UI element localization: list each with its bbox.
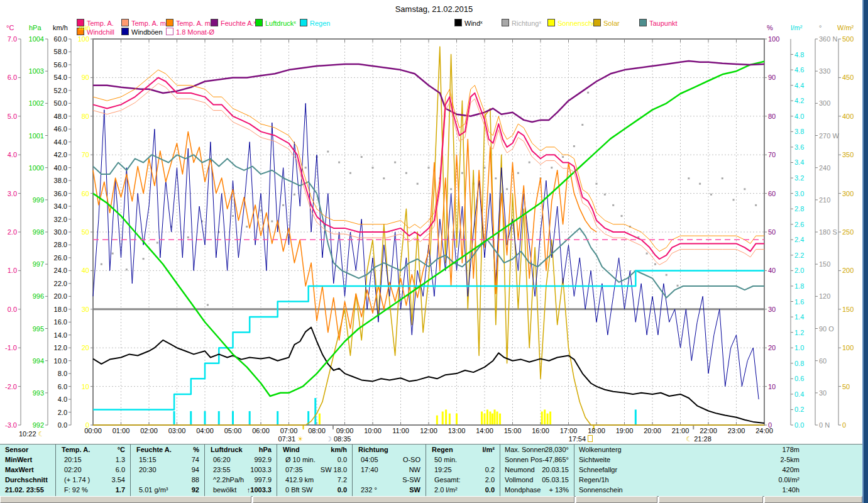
axis-tick-label: 48.0 — [54, 113, 67, 120]
legend-label: Luftdruckˣ — [265, 19, 296, 27]
legend-item-solar[interactable]: Solar — [593, 19, 620, 26]
series-windboen — [93, 103, 759, 399]
series-richtung-dot — [744, 188, 745, 190]
legend-label: 1.8 Monat-Ø — [176, 28, 214, 36]
axis-tick-label: 300 — [819, 99, 830, 107]
legend-swatch — [300, 19, 307, 26]
series-richtung-dot — [187, 236, 189, 238]
legend-label: Temp. A. — [87, 19, 114, 27]
table-info-label: Regen/1h — [579, 476, 609, 484]
axis-tick-label: 330 — [819, 67, 830, 75]
legend-item-windb-en[interactable]: Windböen — [121, 28, 163, 35]
table-divider — [55, 445, 56, 496]
table-info-label: Sonnen Pos — [505, 456, 542, 463]
axis-tick-label: 20 — [82, 344, 89, 351]
moonrise-label: 10:22 — [19, 430, 36, 438]
axis-tick-label: 996 — [33, 292, 44, 300]
axis-tick-label: 270 W — [819, 132, 839, 140]
axis-tick-label: 300 — [842, 190, 854, 197]
axis-unit-pct: % — [767, 24, 773, 31]
sun-icon: ☀ — [297, 435, 304, 443]
series-richtung-dot — [699, 183, 701, 185]
table-cell-label: Ø 10 min. — [285, 456, 316, 463]
series-richtung-dot — [587, 92, 589, 94]
series-richtung-dot — [551, 167, 552, 169]
table-cell-value: ↑1003.3 — [247, 486, 272, 494]
axis-tick-label: 4.6 — [794, 66, 804, 74]
axis-tick-label: 2.2 — [794, 252, 804, 259]
axis-tick-label: 999 — [33, 196, 44, 204]
legend-swatch — [454, 19, 462, 26]
axis-tick-label: 20.0 — [54, 292, 67, 300]
series-richtung-dot — [722, 177, 723, 179]
series-richtung-dot — [506, 188, 508, 190]
x-tick-label: 14:00 — [472, 427, 497, 434]
table-info-value: 1:40h — [782, 486, 799, 494]
series-richtung-dot — [654, 263, 656, 265]
table-col-unit: hPa — [259, 446, 272, 453]
axis-tick-label: 0.0 — [8, 306, 17, 313]
series-richtung-dot — [621, 215, 623, 217]
table-cell-label: 20:15 — [64, 456, 82, 463]
table-divider — [204, 445, 205, 496]
axis-tick-label: 250 — [842, 228, 854, 236]
legend-swatch — [166, 19, 173, 26]
axis-tick-label: 18.0 — [54, 306, 67, 313]
legend-swatch — [255, 19, 263, 26]
table-row-header: Sensor — [5, 446, 28, 453]
axis-unit-temp_c: °C — [6, 24, 14, 31]
legend-item-feuchte-a-[interactable]: Feuchte A.ˣ — [211, 19, 256, 26]
x-tick-label: 07:00 — [277, 427, 302, 434]
axis-tick-label: 0.6 — [794, 375, 804, 382]
legend-swatch — [166, 28, 173, 35]
table-info-value: 28,030° — [545, 446, 569, 453]
time-marker-1754: 17:54 — [569, 435, 593, 443]
table-col-title: Temp. A. — [62, 446, 90, 453]
table-cell-label: 06:20 — [213, 456, 231, 463]
legend-label: Feuchte A.ˣ — [221, 19, 256, 27]
axis-tick-label: 58.0 — [54, 48, 67, 55]
x-tick-label: 23:00 — [724, 427, 749, 434]
axis-tick-label: 80 — [768, 113, 776, 120]
axis-tick-label: 38.0 — [54, 177, 67, 184]
series-richtung-dot — [646, 253, 648, 255]
axis-tick-label: 1.0 — [8, 267, 17, 274]
table-cell-label: 0 Bft SW — [285, 486, 312, 494]
axis-tick-label: 16.0 — [54, 318, 67, 326]
series-richtung-dot — [581, 124, 583, 126]
axis-tick-label: 2.4 — [794, 236, 804, 243]
axis-tick-label: 60 — [768, 190, 776, 197]
table-cell-value: NW — [409, 466, 420, 473]
table-row-header: MinWert — [5, 456, 32, 463]
axis-tick-label: 3.0 — [794, 190, 804, 197]
legend-item-1-8-monat-[interactable]: 1.8 Monat-Ø — [166, 28, 214, 35]
legend-item-temp-a-min[interactable]: Temp. A. min — [121, 19, 172, 26]
legend-item-taupunkt[interactable]: Taupunkt — [639, 19, 678, 26]
axis-tick-label: 1.2 — [794, 329, 804, 336]
legend-label: Taupunkt — [649, 19, 678, 27]
axis-tick-label: 1.8 — [794, 282, 804, 290]
legend-swatch — [639, 19, 647, 26]
legend-item-regen[interactable]: Regen — [300, 19, 330, 26]
axis-tick-label: 998 — [33, 228, 44, 236]
axis-tick-label: 40 — [82, 267, 89, 274]
table-info-value: 178m — [782, 446, 799, 453]
table-info-value: + 13% — [549, 486, 569, 494]
axis-tick-label: 2.0 — [58, 409, 67, 416]
table-row-header: Durchschnitt — [5, 476, 48, 484]
series-richtung-dot — [428, 167, 430, 169]
axis-tick-label: 30 — [819, 389, 827, 397]
x-tick-label: 03:00 — [165, 427, 190, 434]
axis-tick-label: 40.0 — [54, 164, 67, 172]
x-axis-labels: 00:0001:0002:0003:0004:0005:0006:0007:00… — [0, 427, 868, 436]
series-richtung-dot — [260, 209, 262, 211]
axis-tick-label: 200 — [842, 267, 854, 274]
table-cell-label: 17:40 — [361, 466, 378, 473]
legend-item-luftdruck-[interactable]: Luftdruckˣ — [255, 19, 296, 26]
legend-item-wind-[interactable]: Windˣ — [454, 19, 483, 26]
legend-item-richtung-[interactable]: Richtungˣ — [502, 19, 541, 26]
table-cell-label: 20:30 — [139, 466, 157, 473]
axis-tick-label: 994 — [33, 357, 44, 365]
axis-tick-label: 1.4 — [794, 313, 804, 321]
series-richtung-dot — [405, 172, 407, 174]
